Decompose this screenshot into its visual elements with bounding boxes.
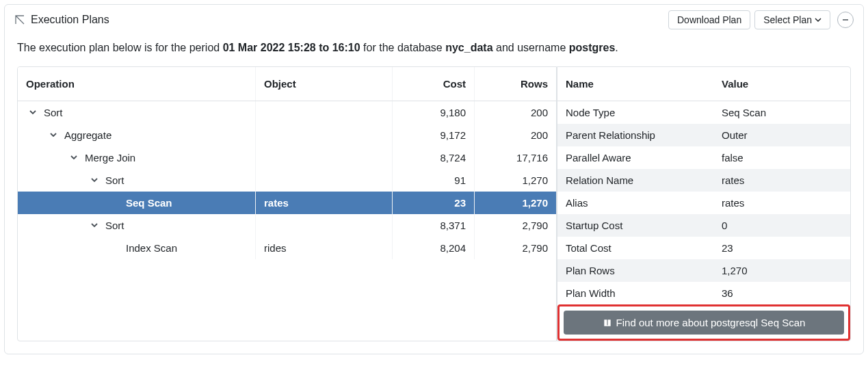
plan-row[interactable]: Sort911,270 <box>18 169 556 192</box>
object-cell: rates <box>255 192 392 214</box>
plan-row[interactable]: Index Scanrides8,2042,790 <box>18 237 556 259</box>
detail-value: Outer <box>713 124 850 146</box>
cost-cell: 8,371 <box>392 214 474 237</box>
detail-row: Startup Cost0 <box>557 214 850 237</box>
detail-name: Parent Relationship <box>557 124 713 146</box>
chevron-down-icon[interactable] <box>27 107 38 118</box>
details-header: Name Value <box>557 67 850 101</box>
rows-cell: 1,270 <box>474 169 556 192</box>
detail-value: 0 <box>713 214 850 237</box>
panel-header: Execution Plans Download Plan Select Pla… <box>5 5 863 35</box>
rows-cell: 2,790 <box>474 237 556 259</box>
detail-name: Total Cost <box>557 237 713 259</box>
plan-tree-table: Operation Object Cost Rows Sort9,180200A… <box>17 66 557 341</box>
book-icon <box>603 318 612 328</box>
chevron-down-icon[interactable] <box>89 220 100 231</box>
col-value: Value <box>713 67 850 101</box>
detail-name: Alias <box>557 192 713 214</box>
rows-cell: 200 <box>474 101 556 124</box>
detail-value: 23 <box>713 237 850 259</box>
detail-row: Parallel Awarefalse <box>557 146 850 169</box>
col-rows: Rows <box>474 67 556 101</box>
cost-cell: 91 <box>392 169 474 192</box>
find-out-more-label: Find out more about postgresql Seq Scan <box>616 317 806 328</box>
detail-row: Total Cost23 <box>557 237 850 259</box>
details-footer-highlight: Find out more about postgresql Seq Scan <box>557 304 850 341</box>
object-cell: rides <box>255 237 392 259</box>
object-cell <box>255 101 392 124</box>
plan-description: The execution plan below is for the peri… <box>5 35 863 66</box>
plan-table-body: Sort9,180200Aggregate9,172200Merge Join8… <box>18 101 556 259</box>
cost-cell: 9,172 <box>392 124 474 146</box>
chevron-down-icon[interactable] <box>89 174 100 185</box>
cost-cell: 8,204 <box>392 237 474 259</box>
select-plan-label: Select Plan <box>763 14 812 25</box>
detail-value: rates <box>713 169 850 192</box>
chevron-down-icon[interactable] <box>48 129 59 140</box>
period-text: 01 Mar 2022 15:28 to 16:10 <box>223 42 360 53</box>
plan-table-header: Operation Object Cost Rows <box>18 67 556 101</box>
detail-row: Plan Width36 <box>557 282 850 304</box>
minus-icon <box>841 16 850 24</box>
detail-value: false <box>713 146 850 169</box>
operation-name: Index Scan <box>126 242 177 254</box>
select-plan-dropdown[interactable]: Select Plan <box>754 10 830 29</box>
plan-row[interactable]: Seq Scanrates231,270 <box>18 192 556 214</box>
detail-row: Plan Rows1,270 <box>557 259 850 282</box>
execution-plans-panel: Execution Plans Download Plan Select Pla… <box>4 4 864 354</box>
detail-value: 1,270 <box>713 259 850 282</box>
caret-down-icon <box>815 16 821 23</box>
cost-cell: 9,180 <box>392 101 474 124</box>
detail-name: Relation Name <box>557 169 713 192</box>
detail-value: Seq Scan <box>713 101 850 124</box>
detail-value: rates <box>713 192 850 214</box>
object-cell <box>255 124 392 146</box>
plan-icon <box>14 14 25 25</box>
detail-name: Plan Width <box>557 282 713 304</box>
plan-content: Operation Object Cost Rows Sort9,180200A… <box>5 66 863 354</box>
col-name: Name <box>557 67 713 101</box>
plan-row[interactable]: Merge Join8,72417,716 <box>18 146 556 169</box>
operation-name: Sort <box>105 220 124 231</box>
object-cell <box>255 214 392 237</box>
cost-cell: 8,724 <box>392 146 474 169</box>
detail-row: Parent RelationshipOuter <box>557 124 850 146</box>
details-body: Node TypeSeq ScanParent RelationshipOute… <box>557 101 850 304</box>
panel-title: Execution Plans <box>31 14 109 26</box>
detail-value: 36 <box>713 282 850 304</box>
cost-cell: 23 <box>392 192 474 214</box>
find-out-more-button[interactable]: Find out more about postgresql Seq Scan <box>564 311 844 335</box>
operation-name: Seq Scan <box>126 197 172 209</box>
node-details-table: Name Value Node TypeSeq ScanParent Relat… <box>557 66 851 341</box>
rows-cell: 1,270 <box>474 192 556 214</box>
object-cell <box>255 146 392 169</box>
object-cell <box>255 169 392 192</box>
database-name: nyc_data <box>445 42 492 53</box>
operation-name: Sort <box>44 107 63 118</box>
rows-cell: 2,790 <box>474 214 556 237</box>
chevron-down-icon[interactable] <box>68 152 79 163</box>
operation-name: Sort <box>105 174 124 186</box>
download-plan-label: Download Plan <box>677 14 741 25</box>
plan-row[interactable]: Sort9,180200 <box>18 101 556 124</box>
rows-cell: 200 <box>474 124 556 146</box>
plan-row[interactable]: Sort8,3712,790 <box>18 214 556 237</box>
operation-name: Merge Join <box>85 152 135 164</box>
detail-name: Plan Rows <box>557 259 713 282</box>
detail-name: Node Type <box>557 101 713 124</box>
col-object: Object <box>255 67 392 101</box>
detail-name: Startup Cost <box>557 214 713 237</box>
rows-cell: 17,716 <box>474 146 556 169</box>
detail-row: Node TypeSeq Scan <box>557 101 850 124</box>
username-text: postgres <box>569 42 616 53</box>
col-cost: Cost <box>392 67 474 101</box>
detail-row: Relation Namerates <box>557 169 850 192</box>
detail-name: Parallel Aware <box>557 146 713 169</box>
detail-row: Aliasrates <box>557 192 850 214</box>
plan-row[interactable]: Aggregate9,172200 <box>18 124 556 146</box>
download-plan-button[interactable]: Download Plan <box>668 10 750 29</box>
col-operation: Operation <box>18 67 255 101</box>
operation-name: Aggregate <box>64 129 111 141</box>
collapse-panel-button[interactable] <box>837 12 854 28</box>
